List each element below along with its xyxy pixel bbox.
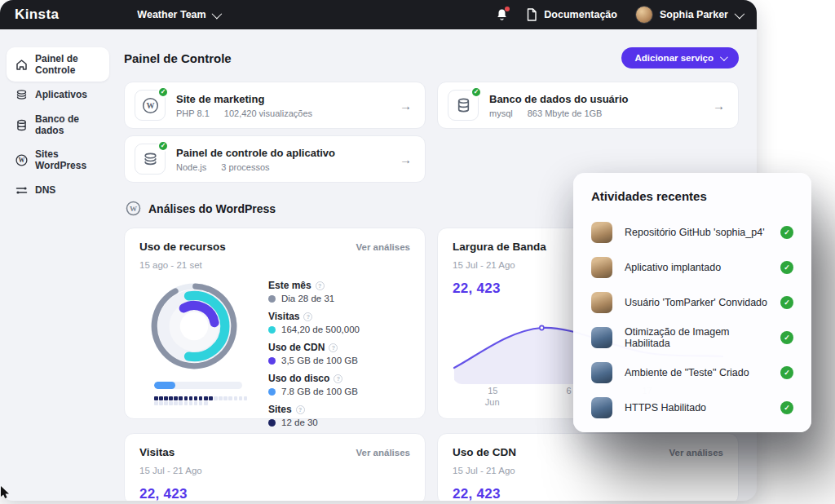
activity-item[interactable]: Ambiente de "Teste" Criado ✓ (591, 355, 793, 390)
legend-label: Uso de CDN (268, 342, 325, 353)
avatar (591, 362, 612, 383)
layers-icon (15, 88, 28, 101)
legend-item-sites: Sites? 12 de 30 (268, 404, 410, 427)
service-card-user-database[interactable]: ✓ Banco de dados do usuário mysql 863 Mb… (437, 82, 739, 129)
legend-value: 164,20 de 500,000 (281, 325, 360, 334)
sidebar-item-label: Banco de dados (35, 113, 101, 136)
x-month-label: Jun (485, 397, 500, 407)
info-icon[interactable]: ? (329, 343, 338, 352)
notification-dot (505, 7, 510, 11)
documentation-label: Documentação (544, 9, 617, 20)
legend-dot (268, 357, 276, 365)
service-card-marketing-site[interactable]: W ✓ Site de marketing PHP 8.1 102,420 vi… (124, 82, 426, 129)
sidebar-item-label: Sites WordPress (35, 148, 101, 171)
user-name: Sophia Parker (660, 9, 728, 20)
legend-value: 3,5 GB de 100 GB (281, 356, 358, 365)
sidebar-item-banco-de-dados[interactable]: Banco de dados (7, 108, 109, 142)
documentation-link[interactable]: Documentação (526, 8, 617, 21)
info-icon[interactable]: ? (334, 374, 342, 383)
disk-usage-bar (154, 382, 242, 389)
activity-item[interactable]: HTTPS Habilitado ✓ (591, 390, 793, 425)
legend-dot (268, 388, 276, 396)
legend-dot (268, 295, 276, 303)
arrow-right-icon: → (713, 99, 725, 113)
team-selector[interactable]: Weather Team (137, 9, 219, 20)
activity-item[interactable]: Usuário 'TomParker' Convidado ✓ (591, 285, 793, 320)
arrow-right-icon: → (400, 99, 412, 113)
resource-donut-chart (146, 278, 242, 374)
user-menu[interactable]: Sophia Parker (635, 6, 742, 24)
chevron-down-icon (735, 8, 745, 19)
activity-text: Repositório GitHub 'sophia_p4' (625, 227, 768, 238)
avatar (635, 6, 653, 24)
database-icon (15, 118, 28, 131)
view-analytics-link[interactable]: Ver análises (356, 242, 411, 252)
topbar: Kinsta Weather Team Documentação Sophia … (0, 0, 757, 29)
sidebar: Painel de Controle Aplicativos Banco de … (0, 29, 116, 501)
layers-icon: ✓ (135, 144, 166, 175)
cdn-value: 22, 423 (453, 486, 723, 501)
info-icon[interactable]: ? (303, 312, 312, 321)
activity-text: Otimização de Imagem Habilitada (625, 326, 768, 349)
legend-value: 12 de 30 (281, 418, 318, 427)
sidebar-item-painel-de-controle[interactable]: Painel de Controle (7, 47, 109, 82)
info-icon[interactable]: ? (296, 405, 305, 414)
check-circle-icon: ✓ (780, 296, 793, 309)
svg-text:W: W (146, 101, 154, 110)
document-icon (526, 8, 537, 21)
activity-item[interactable]: Aplicativo implantado ✓ (591, 250, 793, 285)
avatar (591, 222, 612, 243)
legend-dot (268, 326, 276, 334)
popup-title: Atividades recentes (591, 189, 793, 203)
view-analytics-link[interactable]: Ver análises (669, 448, 724, 458)
chevron-down-icon (211, 8, 222, 19)
check-circle-icon: ✓ (780, 366, 793, 379)
date-range: 15 Jul - 21 Ago (139, 466, 410, 475)
disk-usage-bar-fill (154, 382, 175, 389)
legend-label: Visitas (268, 311, 299, 322)
database-icon: ✓ (448, 90, 479, 121)
svg-text:W: W (18, 157, 24, 164)
resource-legend: Este mês? Dia 28 de 31 Visitas? 164,20 d… (268, 278, 410, 435)
legend-value: 7.8 GB de 100 GB (281, 387, 358, 396)
card-title: Largura de Banda (453, 241, 546, 253)
legend-label: Este mês (268, 280, 311, 291)
activity-text: HTTPS Habilitado (625, 402, 768, 413)
legend-item-este-mes: Este mês? Dia 28 de 31 (268, 280, 410, 303)
info-icon[interactable]: ? (316, 281, 325, 290)
status-ok-badge: ✓ (157, 86, 169, 98)
arrow-right-icon: → (400, 153, 412, 166)
check-circle-icon: ✓ (780, 261, 793, 274)
service-title: Painel de controle do aplicativo (176, 147, 389, 159)
sidebar-item-aplicativos[interactable]: Aplicativos (7, 82, 109, 107)
page-title: Painel de Controle (124, 51, 232, 65)
activity-item[interactable]: Otimização de Imagem Habilitada ✓ (591, 320, 793, 355)
status-ok-badge: ✓ (471, 86, 482, 98)
activity-item[interactable]: Repositório GitHub 'sophia_p4' ✓ (591, 214, 793, 250)
activity-text: Usuário 'TomParker' Convidado (625, 297, 768, 308)
legend-value: Dia 28 de 31 (281, 294, 334, 303)
card-title: Uso de CDN (453, 446, 516, 458)
sidebar-item-sites-wordpress[interactable]: W Sites WordPress (7, 143, 109, 177)
cdn-usage-card: Uso de CDN Ver análises 15 Jul - 21 Ago … (437, 433, 739, 501)
dns-icon (15, 183, 28, 197)
status-ok-badge: ✓ (157, 140, 169, 152)
home-icon (15, 58, 28, 71)
service-title: Banco de dados do usuário (489, 93, 702, 105)
section-title: Análises do WordPress (148, 202, 276, 215)
service-card-app-dashboard[interactable]: ✓ Painel de controle do aplicativo Node.… (124, 135, 426, 183)
avatar (591, 292, 612, 313)
avatar (591, 257, 612, 278)
kinsta-logo: Kinsta (15, 7, 59, 23)
sidebar-item-dns[interactable]: DNS (7, 178, 109, 202)
card-title: Visitas (139, 446, 175, 458)
mouse-cursor-icon (0, 486, 11, 499)
activity-text: Aplicativo implantado (625, 262, 768, 273)
notifications-button[interactable] (496, 8, 508, 21)
avatar (591, 397, 612, 418)
add-service-button[interactable]: Adicionar serviço (621, 47, 739, 69)
service-title: Site de marketing (176, 93, 389, 105)
view-analytics-link[interactable]: Ver análises (356, 448, 411, 458)
service-stat: 102,420 visualizações (224, 108, 312, 118)
activity-text: Ambiente de "Teste" Criado (625, 367, 768, 378)
